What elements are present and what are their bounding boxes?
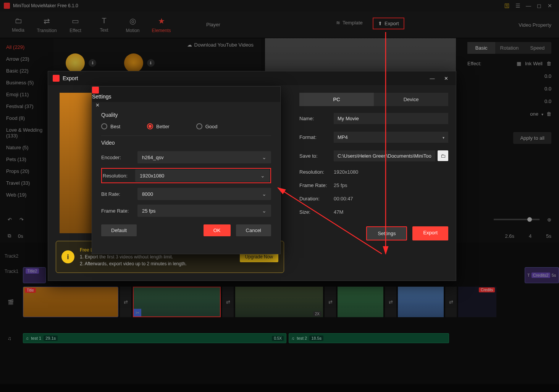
encoder-label: Encoder: (101, 155, 137, 160)
encoder-select[interactable]: h264_qsv (137, 151, 271, 163)
format-label: Format: (299, 134, 334, 140)
size-value: 47M (334, 209, 343, 215)
format-value: MP4 (338, 134, 348, 140)
quality-section-label: Quality (101, 112, 271, 118)
name-label: Name: (299, 116, 334, 121)
bitrate-select[interactable]: 8000 (137, 188, 271, 200)
saveto-label: Save to: (299, 153, 334, 159)
app-logo (53, 75, 60, 82)
framerate-value: 25 fps (142, 208, 155, 214)
resolution-select[interactable]: 1920x1080 (135, 169, 270, 182)
name-input[interactable] (334, 113, 448, 124)
format-select[interactable]: MP4 (334, 132, 448, 143)
size-label: Size: (299, 209, 334, 215)
video-section-label: Video (101, 140, 271, 146)
duration-label: Duration: (299, 196, 334, 202)
framerate-select[interactable]: 25 fps (137, 205, 271, 217)
quality-best-label: Best (110, 124, 120, 129)
promo-line2: 2. Afterwards, export video up to 2 minu… (80, 260, 234, 267)
export-confirm-button[interactable]: Export (412, 226, 448, 240)
quality-best-radio[interactable]: Best (101, 123, 120, 129)
bitrate-label: Bit Rate: (101, 191, 137, 197)
folder-icon: 🗀 (441, 153, 446, 159)
chevron-down-icon (262, 208, 267, 214)
resolution-label: Resolution: (103, 173, 135, 179)
settings-dialog: Settings ✕ Quality Best Better Good Vide… (92, 86, 281, 254)
saveto-input[interactable] (334, 150, 435, 161)
default-button[interactable]: Default (101, 224, 137, 236)
chevron-down-icon (262, 191, 267, 197)
bitrate-value: 8000 (142, 191, 153, 197)
close-button[interactable]: ✕ (441, 73, 451, 84)
quality-better-label: Better (156, 124, 170, 129)
tab-device[interactable]: Device (374, 93, 448, 106)
quality-good-radio[interactable]: Good (196, 123, 218, 129)
settings-dialog-title: Settings (92, 94, 280, 100)
info-icon: i (61, 250, 74, 263)
chevron-down-icon (262, 154, 267, 160)
minimize-button[interactable]: — (427, 73, 438, 84)
duration-value: 00:00:47 (334, 196, 353, 202)
cancel-button[interactable]: Cancel (236, 224, 271, 236)
framerate-label: Frame Rate: (299, 182, 334, 188)
framerate-label: Frame Rate: (101, 208, 137, 214)
tab-pc[interactable]: PC (299, 93, 374, 106)
resolution-value: 1920x1080 (140, 173, 164, 179)
browse-folder-button[interactable]: 🗀 (438, 150, 448, 161)
resolution-value: 1920x1080 (334, 169, 358, 175)
settings-button[interactable]: Settings (366, 226, 407, 240)
resolution-label: Resolution: (299, 169, 334, 175)
chevron-down-icon (260, 173, 265, 179)
quality-better-radio[interactable]: Better (147, 123, 170, 129)
encoder-value: h264_qsv (142, 155, 163, 160)
chevron-down-icon (443, 134, 444, 140)
quality-good-label: Good (205, 124, 218, 129)
export-dialog-title: Export (63, 75, 424, 81)
app-logo (92, 87, 99, 94)
promo-line1: 1. Export the first 3 videos without len… (80, 253, 234, 260)
framerate-value: 25 fps (334, 182, 347, 188)
ok-button[interactable]: OK (204, 224, 231, 236)
